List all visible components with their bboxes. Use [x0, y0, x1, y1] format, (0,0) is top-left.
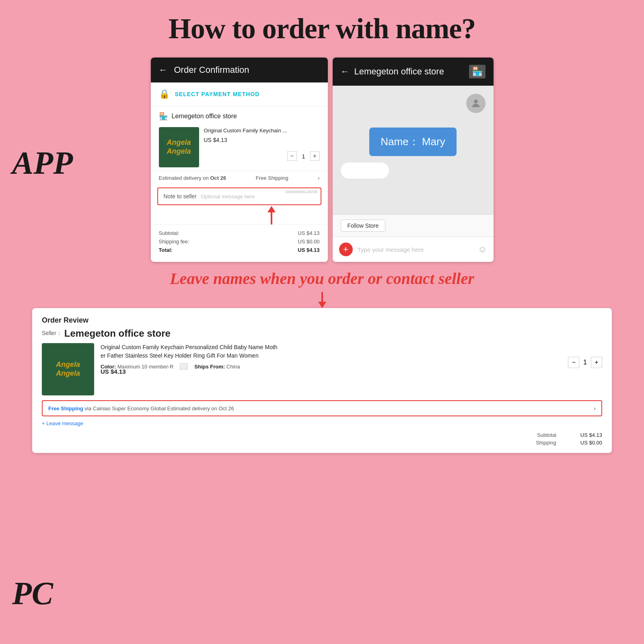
- chat-back-arrow-icon[interactable]: ←: [341, 66, 350, 77]
- response-bubble: [341, 163, 389, 179]
- chat-header-left: ← Lemegeton office store: [341, 66, 444, 77]
- total-value: US $4.13: [298, 247, 319, 253]
- emoji-icon[interactable]: ☺: [478, 244, 487, 255]
- middle-banner: Leave names when you order or contact se…: [0, 262, 644, 292]
- pc-shipping-value: US $0.00: [580, 440, 602, 446]
- pc-product-price: US $4.13: [101, 368, 602, 375]
- pc-product-img-text: Angela Angela: [56, 360, 80, 378]
- down-arrow-container: [0, 292, 644, 308]
- svg-point-0: [474, 100, 477, 103]
- payment-label: SELECT PAYMENT METHOD: [175, 91, 260, 97]
- qty-row: − 1 +: [204, 151, 320, 161]
- pc-section-title: Order Review: [42, 316, 602, 325]
- pc-shipping-chevron-icon: ›: [594, 405, 596, 412]
- product-info: Original Custom Family Keychain ... US $…: [204, 127, 320, 161]
- arrow-up-container: [151, 206, 328, 224]
- pc-shipping-wrapper[interactable]: Free Shipping via Cainiao Super Economy …: [42, 400, 602, 416]
- pc-product-info: Original Custom Family Keychain Personal…: [101, 343, 602, 379]
- pc-shipping-row: Shipping US $0.00: [42, 439, 602, 446]
- pc-label: PC: [12, 575, 53, 612]
- arrow-line: [271, 212, 272, 224]
- back-arrow-icon[interactable]: ←: [159, 65, 168, 75]
- pc-qty-decrease-btn[interactable]: −: [568, 357, 579, 368]
- pc-seller-row: Seller： Lemegeton office store: [42, 328, 602, 339]
- pc-seller-name: Lemegeton office store: [64, 328, 171, 339]
- delivery-text: Estimated delivery on Estimated delivery…: [159, 175, 226, 181]
- product-row: Angela Angela Original Custom Family Key…: [151, 124, 328, 171]
- chat-header: ← Lemegeton office store 🏪: [333, 58, 494, 86]
- pc-shipping-text: Free Shipping via Cainiao Super Economy …: [48, 405, 234, 412]
- pc-subtotal-label: Subtotal: [537, 432, 556, 438]
- user-avatar-icon: [470, 98, 481, 109]
- qty-decrease-btn[interactable]: −: [287, 151, 297, 161]
- flag-placeholder: [180, 363, 188, 370]
- total-label: Total:: [159, 247, 173, 253]
- message-input[interactable]: Type your message here: [358, 246, 473, 253]
- subtotal-label: Subtotal:: [159, 230, 179, 236]
- shipping-value: US $0.00: [298, 239, 319, 245]
- delivery-row: Estimated delivery on Estimated delivery…: [151, 171, 328, 185]
- order-confirmation-panel: ← Order Confirmation 🔒 SELECT PAYMENT ME…: [151, 58, 328, 262]
- qty-increase-btn[interactable]: +: [310, 151, 320, 161]
- pc-subtotal-value: US $4.13: [580, 432, 602, 438]
- arrow-line-down: [321, 292, 323, 302]
- barcode-text: 1005006565128728: [285, 190, 317, 194]
- free-shipping: Free Shipping: [256, 175, 288, 181]
- note-placeholder: Optional message here: [201, 193, 255, 200]
- chat-store-name: Lemegeton office store: [354, 66, 444, 77]
- chat-store-icon: 🏪: [469, 65, 486, 78]
- subtotal-value: US $4.13: [298, 230, 319, 236]
- pc-product-image: Angela Angela: [42, 343, 94, 395]
- qty-value: 1: [302, 153, 305, 160]
- product-title: Original Custom Family Keychain ...: [204, 127, 320, 134]
- app-label: APP: [12, 145, 73, 181]
- store-name: Lemegeton office store: [172, 113, 237, 120]
- add-message-button[interactable]: +: [339, 243, 353, 256]
- payment-icon: 🔒: [159, 89, 170, 99]
- pc-shipping-label: Shipping: [536, 440, 556, 446]
- total-row: Total: US $4.13: [159, 246, 320, 254]
- follow-store-row: Follow Store: [333, 214, 494, 237]
- page-title: How to order with name?: [0, 0, 644, 53]
- order-confirmation-title: Order Confirmation: [174, 65, 249, 75]
- note-to-seller-wrapper: 1005006565128728 Note to seller Optional…: [157, 187, 321, 205]
- chat-panel: ← Lemegeton office store 🏪 Name： Mary Fo…: [333, 58, 494, 262]
- chevron-right-icon: ›: [318, 175, 319, 181]
- note-seller-row: Note to seller Optional message here: [164, 193, 315, 200]
- shipping-row: Shipping fee: US $0.00: [159, 237, 320, 246]
- name-bubble: Name： Mary: [369, 128, 456, 156]
- pc-subtotal-row: Subtotal US $4.13: [42, 431, 602, 439]
- note-label: Note to seller: [164, 193, 197, 200]
- arrow-up: [267, 206, 276, 224]
- product-img-text: Angela Angela: [167, 138, 191, 156]
- message-input-row: + Type your message here ☺: [333, 237, 494, 262]
- pc-qty-value: 1: [583, 359, 587, 366]
- pc-qty-increase-btn[interactable]: +: [591, 357, 602, 368]
- arrow-head-up-icon: [267, 206, 276, 212]
- follow-store-button[interactable]: Follow Store: [341, 220, 386, 232]
- store-icon: 🏪: [159, 112, 168, 121]
- shipping-label: Shipping fee:: [159, 239, 189, 245]
- payment-method-row[interactable]: 🔒 SELECT PAYMENT METHOD: [151, 82, 328, 106]
- chat-messages: Name： Mary: [333, 86, 494, 214]
- pc-leave-message[interactable]: + Leave message: [42, 420, 602, 426]
- user-avatar: [466, 94, 486, 113]
- pc-seller-label: Seller：: [42, 330, 62, 337]
- arrow-head-down-icon: [318, 302, 326, 308]
- store-row: 🏪 Lemegeton office store: [151, 106, 328, 124]
- app-section: ← Order Confirmation 🔒 SELECT PAYMENT ME…: [0, 58, 644, 262]
- product-image: Angela Angela: [159, 127, 199, 167]
- pc-section: Order Review Seller： Lemegeton office st…: [32, 308, 612, 453]
- subtotal-row: Subtotal: US $4.13: [159, 229, 320, 237]
- pc-product-row: Angela Angela Original Custom Family Key…: [42, 343, 602, 395]
- product-price: US $4.13: [204, 137, 320, 143]
- pc-totals: Subtotal US $4.13 Shipping US $0.00: [42, 431, 602, 446]
- arrow-down: [318, 292, 326, 308]
- totals-section: Subtotal: US $4.13 Shipping fee: US $0.0…: [151, 224, 328, 258]
- order-confirmation-header: ← Order Confirmation: [151, 58, 328, 82]
